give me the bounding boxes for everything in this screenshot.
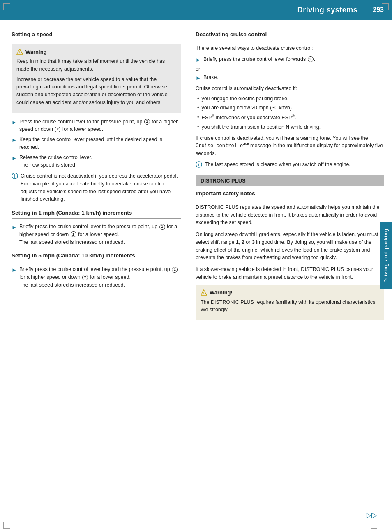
corner-mark-bl — [3, 522, 10, 529]
info-text-2: The last speed stored is cleared when yo… — [205, 161, 350, 169]
bullet-arrow-6: ► — [196, 56, 201, 64]
distronic-header: DISTRONIC PLUS — [196, 175, 384, 186]
circle-6: 2 — [82, 275, 88, 280]
or-text: or — [196, 66, 384, 72]
deactivating-heading: Deactivating cruise control — [196, 31, 384, 37]
svg-text:i: i — [198, 162, 200, 167]
circle-7: 3 — [308, 56, 314, 62]
info-box-2: i The last speed stored is cleared when … — [196, 161, 384, 169]
bullet-arrow-3: ► — [12, 154, 17, 169]
dot-4: • — [197, 123, 199, 131]
cruise-control-off-text: Cruise control off — [196, 143, 249, 149]
bullet-arrow-1: ► — [12, 118, 17, 134]
bullet-text-2: Keep the cruise control lever pressed un… — [19, 136, 181, 151]
circle-4: 2 — [71, 231, 76, 237]
section-setting-1mph: Setting in 1 mph (Canada: 1 km/h) increm… — [12, 210, 181, 246]
bullet-brake: ► Brake. — [196, 74, 384, 82]
bullet-text-1: Press the cruise control lever to the pr… — [19, 118, 181, 134]
circle-3: 1 — [159, 224, 165, 230]
left-column: Setting a speed ! Warning Keep in mind t… — [12, 30, 192, 320]
dot-transmission: • you shift the transmission to position… — [196, 123, 384, 131]
header-bar: Driving systems 293 — [0, 0, 392, 20]
page-nav-forward[interactable]: ▷▷ — [366, 511, 377, 520]
page-section-title: Driving systems — [297, 6, 358, 14]
distronic-warning-icon: ! — [201, 289, 207, 296]
warning-box-speed: ! Warning Keep in mind that it may take … — [12, 44, 181, 113]
deactivating-intro: There are several ways to deactivate cru… — [196, 44, 384, 52]
bullet-press-lever: ► Press the cruise control lever to the … — [12, 118, 181, 134]
section-setting-5mph: Setting in 5 mph (Canada: 10 km/h) incre… — [12, 252, 181, 289]
setting-1mph-heading: Setting in 1 mph (Canada: 1 km/h) increm… — [12, 210, 181, 216]
content-area: Setting a speed ! Warning Keep in mind t… — [0, 20, 392, 328]
distronic-warning-title: ! Warning! — [201, 289, 379, 296]
svg-text:!: ! — [203, 291, 205, 295]
circle-1: 1 — [144, 119, 150, 125]
dot-text-3: ESP® intervenes or you deactivate ESP®. — [201, 113, 296, 122]
circle-5: 1 — [172, 267, 178, 273]
warning-text-1: Keep in mind that it may take a brief mo… — [16, 58, 176, 73]
bullet-text-7: Brake. — [203, 74, 218, 82]
section-distronic: DISTRONIC PLUS Important safety notes DI… — [196, 175, 384, 320]
bullet-5mph: ► Briefly press the cruise control lever… — [12, 266, 181, 289]
section-divider-4 — [196, 40, 384, 40]
setting-speed-heading: Setting a speed — [12, 31, 181, 37]
info-text-1: Cruise control is not deactivated if you… — [21, 172, 181, 203]
bullet-text-5: Briefly press the cruise control lever b… — [19, 266, 181, 289]
section-divider-3 — [12, 261, 181, 261]
dot-text-4: you shift the transmission to position N… — [201, 123, 321, 131]
info-box-1: i Cruise control is not deactivated if y… — [12, 172, 181, 203]
svg-text:!: ! — [19, 50, 21, 54]
circle-2: 2 — [55, 127, 60, 132]
dot-text-2: you are driving below 20 mph (30 km/h). — [201, 104, 293, 112]
corner-mark-tl — [3, 3, 10, 10]
svg-text:i: i — [14, 174, 16, 178]
distronic-warning-box: ! Warning! The DISTRONIC PLUS requires f… — [196, 285, 384, 321]
distronic-important-heading: Important safety notes — [196, 190, 384, 197]
bullet-arrow-7: ► — [196, 74, 201, 82]
dot-below-20mph: • you are driving below 20 mph (30 km/h)… — [196, 104, 384, 112]
corner-mark-br — [371, 522, 377, 529]
distronic-para-1: DISTRONIC PLUS regulates the speed and a… — [196, 204, 384, 227]
info-icon-2: i — [196, 161, 202, 168]
bullet-press-forwards: ► Briefly press the cruise control lever… — [196, 56, 384, 64]
bullet-text-6: Briefly press the cruise control lever f… — [203, 56, 315, 64]
distronic-warning-label: Warning! — [210, 289, 233, 296]
dot-esp: • ESP® intervenes or you deactivate ESP®… — [196, 113, 384, 122]
section-setting-speed: Setting a speed ! Warning Keep in mind t… — [12, 31, 181, 203]
page-number: 293 — [366, 6, 384, 14]
bullet-keep-pressed: ► Keep the cruise control lever pressed … — [12, 136, 181, 151]
bullet-1mph: ► Briefly press the cruise control lever… — [12, 223, 181, 246]
bullet-arrow-2: ► — [12, 136, 17, 151]
bullet-arrow-4: ► — [12, 223, 17, 246]
section-divider-5 — [196, 199, 384, 199]
section-deactivating: Deactivating cruise control There are se… — [196, 31, 384, 169]
section-divider-2 — [12, 218, 181, 219]
side-tab-label: Driving and parking — [380, 222, 392, 289]
warning-title: ! Warning — [16, 49, 176, 55]
dot-3: • — [197, 113, 199, 122]
corner-mark-tr — [382, 3, 389, 10]
dot-2: • — [197, 104, 199, 112]
bullet-arrow-5: ► — [12, 266, 17, 289]
bullet-release: ► Release the cruise control lever.The n… — [12, 154, 181, 169]
setting-5mph-heading: Setting in 5 mph (Canada: 10 km/h) incre… — [12, 252, 181, 259]
dot-electric-brake: • you engage the electric parking brake. — [196, 95, 384, 103]
warning-label: Warning — [25, 49, 47, 55]
right-column: Deactivating cruise control There are se… — [192, 30, 384, 320]
deactivated-warning-msg: If cruise control is deactivated, you wi… — [196, 134, 384, 158]
section-divider-1 — [12, 40, 181, 40]
dot-1: • — [197, 95, 199, 103]
dot-text-1: you engage the electric parking brake. — [201, 95, 288, 103]
distronic-warning-text: The DISTRONIC PLUS requires familiarity … — [201, 298, 379, 314]
warning-text-2: Increase or decrease the set vehicle spe… — [16, 76, 176, 106]
bullet-text-3: Release the cruise control lever.The new… — [19, 154, 92, 169]
distronic-para-2: On long and steep downhill gradients, es… — [196, 231, 384, 261]
distronic-para-3: If a slower-moving vehicle is detected i… — [196, 266, 384, 281]
warning-icon: ! — [16, 49, 23, 55]
info-icon-1: i — [12, 173, 18, 179]
auto-deactivated-text: Cruise control is automatically deactiva… — [196, 85, 384, 93]
bullet-text-4: Briefly press the cruise control lever t… — [19, 223, 181, 246]
